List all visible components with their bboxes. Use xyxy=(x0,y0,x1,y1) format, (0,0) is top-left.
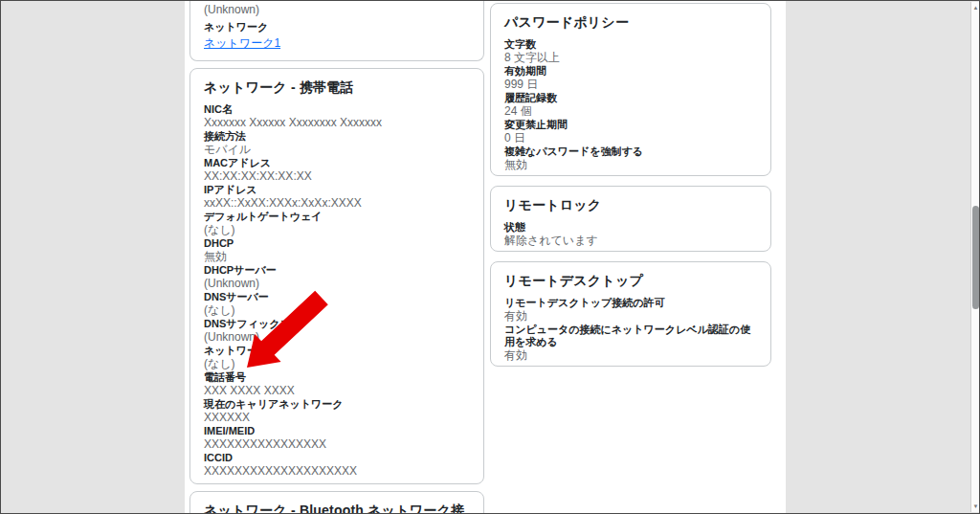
info-label: DHCPサーバー xyxy=(204,264,470,277)
info-label: 履歴記録数 xyxy=(504,92,757,104)
info-pair: DNSサーバー (なし) xyxy=(204,291,470,317)
info-value: モバイル xyxy=(204,143,470,156)
info-pair-list: リモートデスクトップ接続の許可 有効 コンピュータの接続にネットワークレベル認証… xyxy=(504,297,757,362)
info-label: 有効期間 xyxy=(504,65,757,78)
info-label: 文字数 xyxy=(504,38,757,51)
info-label: ネットワーク xyxy=(204,21,470,34)
info-value: (なし) xyxy=(204,223,470,236)
card-remote-lock: リモートロック 状態 解除されています xyxy=(490,186,771,252)
info-pair: ネットワーク ネットワーク1 xyxy=(204,21,470,51)
info-value: 24 個 xyxy=(504,104,757,118)
card-title: リモートデスクトップ xyxy=(504,272,757,289)
info-pair: デフォルトゲートウェイ (なし) xyxy=(204,211,470,236)
info-pair-list: 文字数 8 文字以上 有効期間 999 日 履歴記録数 24 個 xyxy=(504,38,757,171)
info-value: 有効 xyxy=(504,309,757,323)
info-value: 999 日 xyxy=(504,78,757,91)
card-remote-desktop: リモートデスクトップ リモートデスクトップ接続の許可 有効 コンピュータの接続に… xyxy=(490,261,771,367)
info-pair: MACアドレス XX:XX:XX:XX:XX:XX xyxy=(204,157,470,183)
info-pair: 文字数 8 文字以上 xyxy=(504,38,757,64)
network1-link[interactable]: ネットワーク1 xyxy=(204,36,280,50)
info-value: 無効 xyxy=(504,158,757,171)
info-pair: IPアドレス xxXX::XxXX:XXXx:XxXx:XXXX xyxy=(204,184,470,210)
info-label: コンピュータの接続にネットワークレベル認証の使用を求める xyxy=(504,324,757,348)
info-pair: 有効期間 999 日 xyxy=(504,65,757,91)
info-value: XX:XX:XX:XX:XX:XX xyxy=(204,169,470,183)
info-label: IMEI/MEID xyxy=(204,425,470,437)
info-label: DNSサフィックス xyxy=(204,318,470,330)
card-title: ネットワーク - 携帯電話 xyxy=(204,78,470,96)
info-pair: NIC名 Xxxxxxx Xxxxxx Xxxxxxxx Xxxxxxx xyxy=(204,103,470,129)
info-value: (Unknown) xyxy=(204,277,470,290)
info-label: NIC名 xyxy=(204,103,470,116)
info-label: MACアドレス xyxy=(204,157,470,169)
right-column: パスワードポリシー 文字数 8 文字以上 有効期間 999 日 xyxy=(490,3,771,376)
info-label: IPアドレス xyxy=(204,184,470,196)
info-pair: 接続方法 モバイル xyxy=(204,130,470,156)
card-network-mobile: ネットワーク - 携帯電話 NIC名 Xxxxxxx Xxxxxx Xxxxxx… xyxy=(189,68,484,484)
scroll-up-button[interactable]: ▲ xyxy=(971,2,980,13)
info-value: xxXX::XxXX:XXXx:XxXx:XXXX xyxy=(204,196,470,210)
info-value: 8 文字以上 xyxy=(504,51,757,64)
info-value: (なし) xyxy=(204,303,470,317)
info-pair: 状態 解除されています xyxy=(504,221,757,247)
info-label: 現在のキャリアネットワーク xyxy=(204,398,470,411)
info-pair: リモートデスクトップ接続の許可 有効 xyxy=(504,297,757,323)
info-value: 解除されています xyxy=(504,234,757,247)
info-value: XXXXXXXXXXXXXXXX xyxy=(204,437,470,451)
info-pair: DHCP 無効 xyxy=(204,237,470,263)
page-content: (Unknown) ネットワーク ネットワーク1 ネットワーク - 携帯電話 N… xyxy=(185,1,786,514)
info-label: DNSサーバー xyxy=(204,291,470,303)
info-pair: DNSサフィックス (Unknown) xyxy=(204,318,470,344)
card-title: パスワードポリシー xyxy=(504,13,757,31)
info-pair-list: 状態 解除されています xyxy=(504,221,757,247)
card-network-bluetooth: ネットワーク - Bluetooth ネットワーク接続 NIC名 xyxy=(189,491,484,514)
info-pair: IMEI/MEID XXXXXXXXXXXXXXXX xyxy=(204,425,470,451)
info-label: 複雑なパスワードを強制する xyxy=(504,145,757,158)
info-label: ICCID xyxy=(204,452,470,464)
info-label: 電話番号 xyxy=(204,371,470,384)
info-pair: 複雑なパスワードを強制する 無効 xyxy=(504,145,757,171)
info-pair: ネットワーク (なし) xyxy=(204,345,470,370)
info-value: 有効 xyxy=(504,348,757,362)
info-label: デフォルトゲートウェイ xyxy=(204,211,470,223)
info-value: XXXXXX xyxy=(204,411,470,424)
info-value: Xxxxxxx Xxxxxx Xxxxxxxx Xxxxxxx xyxy=(204,116,470,129)
info-pair: 電話番号 XXX XXXX XXXX xyxy=(204,371,470,397)
info-pair: 現在のキャリアネットワーク XXXXXX xyxy=(204,398,470,424)
info-label: リモートデスクトップ接続の許可 xyxy=(504,297,757,309)
info-pair: 履歴記録数 24 個 xyxy=(504,92,757,118)
info-pair: DHCPサーバー (Unknown) xyxy=(204,264,470,290)
scrollbar-thumb[interactable] xyxy=(972,206,979,309)
browser-viewport: (Unknown) ネットワーク ネットワーク1 ネットワーク - 携帯電話 N… xyxy=(0,0,980,514)
info-value: XXX XXXX XXXX xyxy=(204,384,470,397)
card-password-policy: パスワードポリシー 文字数 8 文字以上 有効期間 999 日 xyxy=(490,3,771,176)
info-label: 接続方法 xyxy=(204,130,470,143)
info-value: (Unknown) xyxy=(204,3,470,16)
info-value: (なし) xyxy=(204,357,470,370)
scrollbar-track[interactable]: ▲ ▼ xyxy=(970,2,980,512)
info-label: 状態 xyxy=(504,221,757,234)
info-label: DHCP xyxy=(204,237,470,250)
card-network-partial: (Unknown) ネットワーク ネットワーク1 xyxy=(189,1,484,61)
left-column: (Unknown) ネットワーク ネットワーク1 ネットワーク - 携帯電話 N… xyxy=(189,1,484,514)
info-value: 無効 xyxy=(204,250,470,263)
info-pair-list: NIC名 Xxxxxxx Xxxxxx Xxxxxxxx Xxxxxxx 接続方… xyxy=(204,103,470,478)
card-title: リモートロック xyxy=(504,196,757,213)
info-value: 0 日 xyxy=(504,131,757,145)
info-pair: ICCID XXXXXXXXXXXXXXXXXXXX xyxy=(204,452,470,478)
info-label: ネットワーク xyxy=(204,345,470,357)
scroll-down-button[interactable]: ▼ xyxy=(971,501,980,512)
card-title: ネットワーク - Bluetooth ネットワーク接続 xyxy=(204,502,470,514)
info-value: XXXXXXXXXXXXXXXXXXXX xyxy=(204,464,470,478)
info-label: 変更禁止期間 xyxy=(504,119,757,131)
info-pair: 変更禁止期間 0 日 xyxy=(504,119,757,145)
info-value: (Unknown) xyxy=(204,330,470,344)
info-pair: コンピュータの接続にネットワークレベル認証の使用を求める 有効 xyxy=(504,324,757,362)
